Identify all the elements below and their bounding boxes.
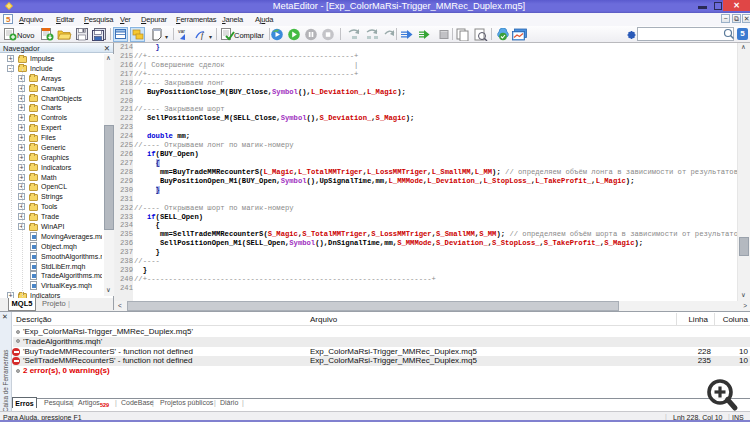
svg-text:var: var — [178, 28, 185, 34]
svg-text:f: f — [201, 31, 205, 40]
